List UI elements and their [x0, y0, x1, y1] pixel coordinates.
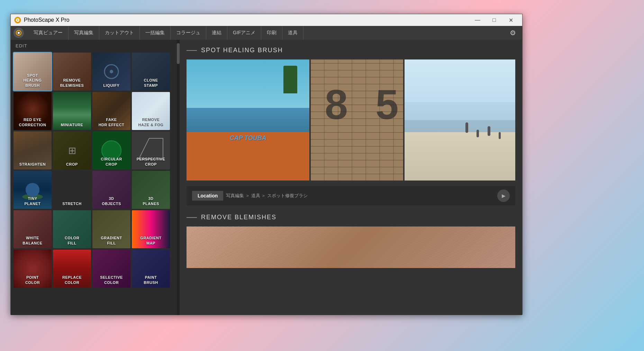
- bottom-image-1: [187, 227, 515, 268]
- tool-3dobjects-label: 3DOBJECTS: [92, 196, 130, 206]
- title-controls: — □ ✕: [470, 14, 519, 26]
- tool-stretch-label: STRETCH: [53, 201, 91, 206]
- tool-3dplanes-label: 3DPLANES: [132, 196, 170, 206]
- main-content: EDIT SPOTHEALINGBRUSH REMOVEBLEMISHES LI…: [11, 40, 522, 315]
- svg-point-5: [18, 32, 20, 34]
- menu-collage[interactable]: コラージュ: [171, 26, 206, 40]
- tool-replacecolor-label: REPLACECOLOR: [53, 275, 91, 285]
- section2-header: REMOVE BLEMISHES: [187, 214, 515, 221]
- tool-spot-healing[interactable]: SPOTHEALINGBRUSH: [13, 53, 52, 91]
- app-logo-icon: [14, 17, 21, 24]
- tool-perspective-crop[interactable]: PERSPECTIVECROP: [132, 131, 170, 169]
- scrollbar-thumb[interactable]: [177, 43, 180, 64]
- menu-photo-viewer[interactable]: 写真ビュアー: [28, 26, 69, 40]
- close-button[interactable]: ✕: [503, 14, 519, 26]
- tool-liquify-label: LIQUIFY: [92, 83, 130, 88]
- tool-straighten[interactable]: STRAIGHTEN: [13, 131, 52, 169]
- app-title: PhotoScape X Pro: [24, 17, 70, 23]
- maximize-button[interactable]: □: [486, 14, 502, 26]
- tool-selectivecolor-label: SELECTIVECOLOR: [92, 275, 130, 285]
- settings-gear-icon[interactable]: ⚙: [506, 29, 519, 37]
- svg-point-2: [17, 19, 18, 21]
- breadcrumb-bar: Location 写真編集 ＞ 道具 ＞ スポット修復ブラシ ▶: [187, 186, 515, 205]
- tool-perspective-label: PERSPECTIVECROP: [132, 157, 170, 167]
- app-menu-logo: [13, 28, 24, 38]
- tools-grid: SPOTHEALINGBRUSH REMOVEBLEMISHES LIQUIFY…: [11, 51, 177, 289]
- tool-gradientmap-label: GRADIENTMAP: [132, 235, 170, 246]
- tool-haze-label: REMOVEHAZE & FOG: [132, 117, 170, 127]
- preview-image-grid: CAP TOUBA 8 5: [187, 59, 515, 181]
- tool-fake-hdr[interactable]: FAKEHDR EFFECT: [92, 92, 130, 130]
- play-button[interactable]: ▶: [497, 190, 510, 202]
- bottom-image-row: [187, 227, 515, 268]
- minimize-button[interactable]: —: [470, 14, 486, 26]
- tool-remove-blemishes[interactable]: REMOVEBLEMISHES: [53, 53, 91, 91]
- menu-gif[interactable]: GIFアニメ: [227, 26, 261, 40]
- svg-point-12: [26, 183, 39, 197]
- section1-header: SPOT HEALING BRUSH: [187, 47, 515, 54]
- tool-clone-label: CLONESTAMP: [132, 78, 170, 88]
- tool-liquify[interactable]: LIQUIFY: [92, 53, 130, 91]
- tool-gradient-map[interactable]: GRADIENTMAP: [132, 210, 170, 248]
- tool-white-balance[interactable]: WHITEBALANCE: [13, 210, 52, 248]
- section2-line: [187, 217, 197, 218]
- menu-print[interactable]: 印刷: [261, 26, 282, 40]
- tool-crop[interactable]: ⊞ CROP: [53, 131, 91, 169]
- tool-selective-color[interactable]: SELECTIVECOLOR: [92, 250, 130, 288]
- tool-clone-stamp[interactable]: CLONESTAMP: [132, 53, 170, 91]
- section1-line: [187, 50, 197, 51]
- tool-redeye-label: RED EYECORRECTION: [13, 117, 52, 127]
- tool-color-fill[interactable]: COLORFILL: [53, 210, 91, 248]
- tool-paintbrush-label: PAINTBRUSH: [132, 275, 170, 285]
- preview-image-3: [405, 59, 515, 181]
- tool-replace-color[interactable]: REPLACECOLOR: [53, 250, 91, 288]
- menu-bar: 写真ビュアー 写真編集 カットアウト 一括編集 コラージュ 連結 GIFアニメ …: [11, 26, 522, 40]
- title-left: PhotoScape X Pro: [14, 17, 70, 24]
- content-area: SPOT HEALING BRUSH C: [180, 40, 522, 315]
- breadcrumb-path: 写真編集 ＞ 道具 ＞ スポット修復ブラシ: [226, 193, 307, 199]
- preview-image-1: CAP TOUBA: [187, 59, 309, 181]
- tool-miniature[interactable]: MINIATURE: [53, 92, 91, 130]
- tool-miniature-label: MINIATURE: [53, 122, 91, 127]
- tool-gradient-fill[interactable]: GRADIENTFILL: [92, 210, 130, 248]
- menu-tools[interactable]: 道具: [282, 26, 303, 40]
- tool-spot-healing-label: SPOTHEALINGBRUSH: [13, 73, 52, 88]
- tool-stretch[interactable]: STRETCH: [53, 171, 91, 209]
- tool-red-eye[interactable]: RED EYECORRECTION: [13, 92, 52, 130]
- tool-hdr-label: FAKEHDR EFFECT: [92, 117, 130, 127]
- section2-title: REMOVE BLEMISHES: [201, 214, 276, 221]
- app-window: PhotoScape X Pro — □ ✕ 写真ビュアー 写真編集 カットアウ…: [10, 14, 523, 315]
- tool-tiny-planet[interactable]: TINYPLANET: [13, 171, 52, 209]
- edit-label: EDIT: [11, 40, 177, 51]
- tool-blemishes-label: REMOVEBLEMISHES: [53, 78, 91, 88]
- svg-marker-9: [139, 138, 163, 159]
- menu-cutout[interactable]: カットアウト: [99, 26, 140, 40]
- tool-colorfill-label: COLORFILL: [53, 235, 91, 246]
- tool-point-color[interactable]: POINTCOLOR: [13, 250, 52, 288]
- tool-circular-crop[interactable]: CIRCULARCROP: [92, 131, 130, 169]
- tool-pointcolor-label: POINTCOLOR: [13, 275, 52, 285]
- tool-3d-planes[interactable]: 3DPLANES: [132, 171, 170, 209]
- tool-tiny-planet-label: TINYPLANET: [13, 196, 52, 206]
- section1-title: SPOT HEALING BRUSH: [201, 47, 283, 54]
- tool-straighten-label: STRAIGHTEN: [13, 162, 52, 167]
- tool-circular-crop-label: CIRCULARCROP: [92, 157, 130, 167]
- tool-remove-haze[interactable]: REMOVEHAZE & FOG: [132, 92, 170, 130]
- tool-whitebal-label: WHITEBALANCE: [13, 235, 52, 246]
- title-bar: PhotoScape X Pro — □ ✕: [11, 14, 522, 26]
- svg-point-7: [110, 70, 113, 73]
- menu-combine[interactable]: 連結: [206, 26, 227, 40]
- sidebar-scrollbar[interactable]: [177, 40, 180, 315]
- tool-3d-objects[interactable]: 3DOBJECTS: [92, 171, 130, 209]
- tool-gradientfill-label: GRADIENTFILL: [92, 235, 130, 246]
- menu-batch-edit[interactable]: 一括編集: [140, 26, 171, 40]
- sidebar: EDIT SPOTHEALINGBRUSH REMOVEBLEMISHES LI…: [11, 40, 177, 315]
- tool-paint-brush[interactable]: PAINTBRUSH: [132, 250, 170, 288]
- menu-photo-edit[interactable]: 写真編集: [69, 26, 99, 40]
- tool-crop-label: CROP: [53, 162, 91, 167]
- location-tab[interactable]: Location: [192, 191, 223, 201]
- preview-image-2: 8 5: [311, 59, 403, 181]
